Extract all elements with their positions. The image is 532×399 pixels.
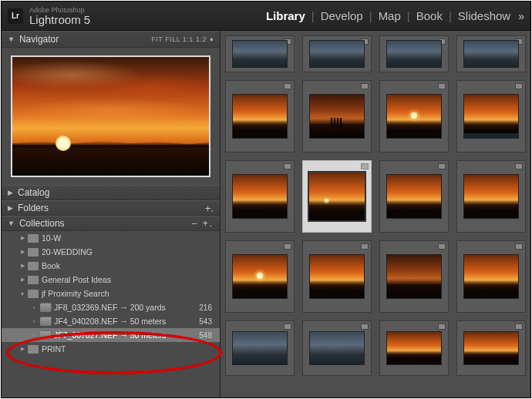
smart-collection-item[interactable]: ▹ JF8_032369.NEF → 200 yards 216 [2, 300, 220, 314]
flag-icon[interactable] [284, 163, 291, 169]
thumbnail-cell[interactable] [225, 240, 295, 313]
collection-item[interactable]: ▶ General Post Ideas [2, 273, 220, 287]
disclosure-triangle-icon[interactable]: ▼ [8, 35, 15, 43]
flag-icon[interactable] [361, 243, 369, 250]
thumbnail-cell[interactable] [302, 240, 372, 313]
thumbnail-cell[interactable] [379, 240, 449, 313]
folder-icon [28, 276, 39, 284]
navigator-zoom-options[interactable]: FIT FILL 1:1 1:2 [151, 35, 207, 43]
tab-separator: | [368, 9, 374, 22]
collections-header[interactable]: ▼ Collections – +. [2, 216, 220, 231]
folders-header[interactable]: ▶ Folders +. [2, 200, 220, 216]
tab-separator: | [406, 9, 412, 22]
expand-icon[interactable]: ▹ [29, 318, 40, 324]
brand-title: Lightroom 5 [29, 14, 90, 25]
expand-icon[interactable]: ▶ [17, 263, 28, 269]
collections-filter-button[interactable]: – +. [192, 218, 214, 229]
collection-item[interactable]: ▶ Book [2, 259, 220, 273]
thumbnail-cell[interactable] [302, 35, 372, 72]
disclosure-triangle-icon[interactable]: ▶ [8, 189, 13, 196]
collection-item[interactable]: ▶ 20-WEDDING [2, 245, 220, 259]
expand-icon[interactable]: ▶ [17, 346, 28, 352]
tab-develop[interactable]: Develop [316, 9, 368, 22]
lightroom-window: Lr Adobe Photoshop Lightroom 5 Library |… [1, 1, 531, 398]
thumbnail-cell[interactable] [225, 80, 295, 153]
smart-collection-item[interactable]: ▹ JF4_040208.NEF → 50 meters 543 [2, 314, 220, 328]
disclosure-triangle-icon[interactable]: ▼ [8, 220, 15, 227]
flag-icon[interactable] [438, 163, 446, 169]
tab-separator: | [310, 9, 316, 22]
collection-item[interactable]: ▶ 10-W [2, 231, 220, 245]
flag-icon[interactable] [284, 83, 291, 89]
thumbnail-cell[interactable] [302, 320, 372, 376]
tab-book[interactable]: Book [412, 9, 447, 22]
add-folder-button[interactable]: +. [205, 203, 214, 214]
collection-count: 543 [199, 317, 220, 326]
zoom-dropdown-icon[interactable]: ♦ [210, 35, 214, 43]
collection-count: 216 [199, 303, 220, 312]
top-bar: Lr Adobe Photoshop Lightroom 5 Library |… [2, 2, 530, 31]
thumbnail-cell[interactable] [456, 35, 526, 72]
flag-icon[interactable] [438, 324, 446, 330]
more-modules-icon[interactable]: » [515, 10, 524, 22]
collection-item[interactable]: ▼ jf Proximity Search [2, 287, 220, 300]
thumbnail-cell[interactable] [302, 80, 372, 153]
flag-icon[interactable] [515, 163, 523, 169]
thumbnail-cell[interactable] [379, 160, 449, 233]
flag-icon[interactable] [515, 324, 523, 330]
catalog-header[interactable]: ▶ Catalog [2, 185, 220, 200]
tab-map[interactable]: Map [374, 9, 406, 22]
collection-label: Book [42, 261, 60, 270]
collection-label: General Post Ideas [42, 275, 111, 284]
catalog-title: Catalog [18, 187, 49, 198]
disclosure-triangle-icon[interactable]: ▶ [8, 204, 13, 212]
flag-icon[interactable] [361, 163, 369, 169]
flag-icon[interactable] [361, 324, 369, 330]
flag-icon[interactable] [438, 83, 446, 89]
expand-icon[interactable]: ▼ [17, 291, 28, 297]
expand-icon[interactable]: ▹ [29, 304, 40, 310]
collection-label: 20-WEDDING [42, 247, 93, 256]
thumbnail-cell[interactable] [225, 160, 295, 233]
flag-icon[interactable] [438, 243, 446, 250]
main-area: ▼ Navigator FIT FILL 1:1 1:2 ♦ ▶ Catalog [2, 31, 530, 397]
thumbnail-cell[interactable] [456, 80, 526, 153]
thumbnail-cell[interactable] [456, 240, 526, 313]
folder-icon [28, 248, 39, 256]
module-picker: Library | Develop | Map | Book | Slidesh… [261, 9, 524, 22]
expand-icon[interactable]: ▶ [17, 235, 28, 241]
smart-collection-item-selected[interactable]: ▹ JF7_007027.NEF → 50 meters 548 [2, 328, 220, 342]
flag-icon[interactable] [284, 324, 291, 330]
expand-icon[interactable]: ▶ [17, 277, 28, 283]
thumbnail-cell[interactable] [225, 320, 295, 376]
collection-label: JF8_032369.NEF → 200 yards [54, 303, 166, 312]
preview-image[interactable] [11, 55, 210, 177]
thumbnail-cell[interactable] [456, 320, 526, 376]
folder-icon [28, 234, 39, 243]
tab-slideshow[interactable]: Slideshow [453, 9, 515, 22]
smart-collection-icon [40, 331, 51, 340]
thumbnail-cell[interactable] [379, 320, 449, 376]
flag-icon[interactable] [284, 243, 291, 250]
expand-icon[interactable]: ▶ [17, 249, 28, 255]
navigator-header[interactable]: ▼ Navigator FIT FILL 1:1 1:2 ♦ [2, 31, 220, 48]
tab-library[interactable]: Library [261, 9, 310, 22]
flag-icon[interactable] [515, 243, 523, 250]
expand-icon[interactable]: ▹ [29, 332, 40, 338]
thumbnail-cell[interactable] [456, 160, 526, 233]
thumbnail-cell[interactable] [379, 80, 449, 153]
tab-separator: | [447, 9, 453, 22]
collection-label: JF4_040208.NEF → 50 meters [54, 317, 166, 326]
collection-count: 548 [199, 331, 220, 340]
navigator-preview[interactable] [2, 48, 220, 185]
collections-title: Collections [19, 218, 65, 229]
collection-item[interactable]: ▶ PRINT [2, 342, 220, 356]
flag-icon[interactable] [361, 83, 369, 89]
thumbnail-grid[interactable] [221, 31, 530, 397]
folders-title: Folders [18, 203, 49, 213]
thumbnail-cell[interactable] [379, 35, 449, 72]
navigator-title: Navigator [19, 34, 59, 45]
flag-icon[interactable] [515, 83, 523, 89]
thumbnail-cell[interactable] [225, 35, 295, 72]
thumbnail-cell-selected[interactable] [302, 160, 372, 233]
